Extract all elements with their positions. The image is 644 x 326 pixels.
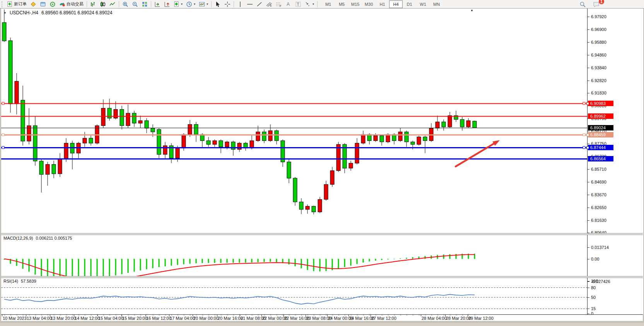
candle (9, 41, 12, 104)
rsi-line[interactable] (4, 294, 475, 304)
period-button-m15[interactable]: M15 (348, 0, 362, 8)
price-axis[interactable]: 6.979206.969006.958806.948606.938406.928… (587, 9, 643, 314)
templates-button[interactable]: ▾ (197, 0, 210, 8)
candle (101, 108, 105, 125)
price-tag-6.89024: 6.89024 (588, 125, 613, 130)
axis-tick (588, 68, 589, 68)
zoom-in-button[interactable] (121, 0, 130, 8)
candle (194, 124, 198, 134)
text-label-button[interactable]: T (294, 0, 303, 8)
tile-windows-button[interactable] (140, 0, 149, 8)
candle (324, 184, 328, 199)
horizontal-line-button[interactable] (245, 0, 255, 8)
cursor-button[interactable] (213, 0, 222, 8)
trendline-button[interactable] (255, 0, 264, 8)
line-handle[interactable] (583, 134, 585, 136)
macd-bar (121, 259, 123, 275)
line-handle[interactable] (2, 146, 4, 149)
axis-tick (588, 17, 589, 17)
macd-bar (103, 259, 104, 276)
bar-tick (17, 315, 17, 316)
terminal-button[interactable] (48, 0, 57, 8)
axis-tick (588, 220, 589, 221)
line-handle[interactable] (2, 102, 4, 105)
bar-chart-button[interactable] (89, 0, 98, 8)
bar-tick (425, 315, 425, 316)
period-button-mn[interactable]: MN (430, 0, 443, 8)
time-tick-label: 15 Mar 20:00 (122, 316, 147, 321)
symbol-dropdown-icon[interactable]: ▼ (3, 11, 7, 15)
candle (89, 138, 93, 143)
candle (337, 144, 340, 171)
bar-tick (202, 315, 203, 316)
period-button-d1[interactable]: D1 (403, 0, 416, 8)
line-handle[interactable] (586, 102, 589, 105)
candle (237, 143, 241, 149)
line-handle[interactable] (586, 134, 589, 136)
annotation-arrow[interactable] (456, 143, 495, 166)
candle (398, 132, 402, 141)
bar-tick (283, 315, 283, 316)
chart-title: ▼ USDCNH-,H4 6.89560 6.89601 6.89024 6.8… (3, 10, 112, 15)
macd-bar (41, 259, 42, 276)
line-handle[interactable] (583, 102, 585, 105)
macd-bar (47, 259, 48, 276)
bar-tick (159, 315, 159, 316)
zoom-out-button[interactable] (130, 0, 140, 8)
arrows-button[interactable]: ▾ (303, 0, 316, 8)
period-switcher: M1M5M15M30H1H4D1W1MN (321, 0, 443, 8)
bar-tick (227, 315, 227, 316)
candlestick-chart-button[interactable] (98, 0, 108, 8)
candle (299, 202, 303, 209)
macd-bar (289, 259, 290, 265)
vertical-line-button[interactable] (236, 0, 245, 8)
terminal-icon (50, 1, 56, 7)
equidistant-channel-icon: E (266, 1, 272, 7)
time-tick (284, 315, 284, 316)
macd-canvas[interactable] (1, 235, 587, 276)
bar-tick (109, 315, 110, 316)
line-chart-button[interactable] (108, 0, 117, 8)
crosshair-button[interactable] (223, 0, 232, 8)
line-handle[interactable] (583, 146, 585, 149)
panel-splitter[interactable] (1, 233, 643, 235)
new-order-button[interactable]: 新订单 (5, 0, 28, 8)
auto-trading-button[interactable]: 自动交易 (58, 0, 85, 8)
equidistant-channel-button[interactable]: E (265, 0, 274, 8)
line-handle[interactable] (586, 146, 589, 149)
period-button-h1[interactable]: H1 (376, 0, 389, 8)
rsi-tick-label: 50 (591, 295, 596, 300)
navigator-button[interactable] (38, 0, 48, 8)
notifications-button[interactable]: 1 (591, 0, 601, 8)
period-button-h4[interactable]: H4 (389, 0, 403, 8)
price-chart-canvas[interactable] (1, 9, 587, 233)
search-button[interactable] (578, 0, 588, 8)
macd-signal-line[interactable] (4, 254, 475, 276)
macd-bar (196, 259, 197, 264)
annotation-arrow-head[interactable] (492, 140, 500, 146)
separator (211, 1, 212, 7)
panel-splitter[interactable] (1, 276, 643, 278)
chart-shift-marker-icon[interactable]: ▼ (470, 9, 473, 12)
bar-tick (85, 315, 85, 316)
line-handle[interactable] (2, 134, 4, 136)
time-tick-label: 16 Mar 12:00 (146, 316, 171, 321)
new-order-icon (7, 1, 13, 7)
period-button-m5[interactable]: M5 (335, 0, 348, 8)
time-axis[interactable]: 10 Mar 202313 Mar 04:0013 Mar 20:0014 Ma… (1, 314, 643, 321)
period-button-m30[interactable]: M30 (362, 0, 376, 8)
text-button[interactable]: A (284, 0, 293, 8)
period-button-w1[interactable]: W1 (416, 0, 430, 8)
toolbar-grip[interactable] (2, 1, 4, 7)
chart-shift-button[interactable] (162, 0, 172, 8)
auto-scroll-button[interactable] (153, 0, 162, 8)
timeframes-button[interactable]: ▾ (184, 0, 197, 8)
macd-label: MACD(12,26,9) 0.006211 0.005175 (3, 236, 72, 240)
market-watch-button[interactable] (29, 0, 38, 8)
rsi-canvas[interactable] (1, 278, 587, 314)
period-button-m1[interactable]: M1 (321, 0, 335, 8)
indicators-button[interactable]: ▾ (172, 0, 184, 8)
fibonacci-button[interactable]: F (274, 0, 284, 8)
cursor-icon (215, 1, 221, 7)
rsi-label: RSI(14) 57.5839 (3, 279, 36, 283)
